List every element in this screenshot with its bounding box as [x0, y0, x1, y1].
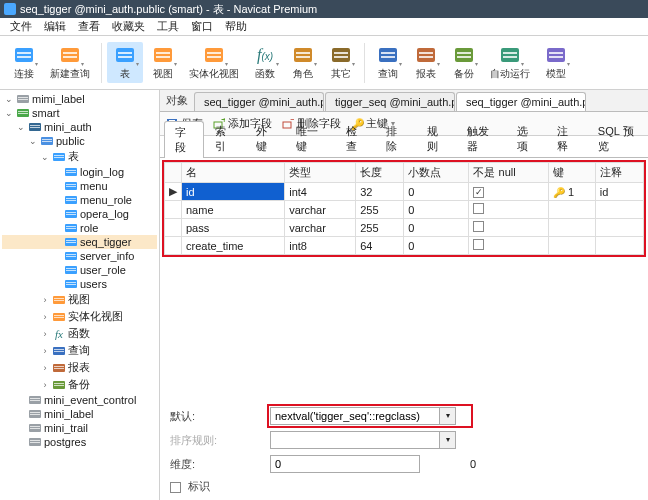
sort-dropdown-arrow-icon[interactable]: ▾ — [440, 431, 456, 449]
cell-type[interactable]: varchar — [285, 201, 356, 219]
toolbar-func-button[interactable]: f(x)▾函数 — [247, 42, 283, 83]
menu-查看[interactable]: 查看 — [72, 19, 106, 34]
tree-node-实体化视图[interactable]: ›实体化视图 — [2, 308, 157, 325]
tree-toggle-icon[interactable]: › — [40, 329, 50, 339]
tree-node-menu_role[interactable]: menu_role — [2, 193, 157, 207]
toolbar-other-button[interactable]: ▾其它 — [323, 42, 359, 83]
cell-length[interactable]: 32 — [356, 183, 404, 201]
toolbar-connect-button[interactable]: ▾连接 — [6, 42, 42, 83]
tree-node-mini_label[interactable]: mini_label — [2, 407, 157, 421]
identity-checkbox[interactable] — [170, 482, 181, 493]
designer-tab-7[interactable]: 触发器 — [456, 120, 506, 157]
notnull-checkbox[interactable] — [473, 203, 484, 214]
tree-toggle-icon[interactable]: ⌄ — [4, 94, 14, 104]
cell-name[interactable]: id — [182, 183, 285, 201]
tree-node-menu[interactable]: menu — [2, 179, 157, 193]
toolbar-auto-button[interactable]: ▾自动运行 — [484, 42, 536, 83]
cell-type[interactable]: varchar — [285, 219, 356, 237]
sort-rule-input[interactable] — [270, 431, 440, 449]
cell-notnull[interactable] — [469, 183, 548, 201]
menu-收藏夹[interactable]: 收藏夹 — [106, 19, 151, 34]
toolbar-table-button[interactable]: ▾表 — [107, 42, 143, 83]
notnull-checkbox[interactable] — [473, 221, 484, 232]
tree-node-查询[interactable]: ›查询 — [2, 342, 157, 359]
table-row[interactable]: namevarchar2550 — [165, 201, 644, 219]
tree-toggle-icon[interactable]: › — [40, 312, 50, 322]
objects-label[interactable]: 对象 — [160, 90, 194, 111]
tree-node-表[interactable]: ⌄表 — [2, 148, 157, 165]
menu-文件[interactable]: 文件 — [4, 19, 38, 34]
designer-tab-2[interactable]: 外键 — [245, 120, 285, 157]
cell-comment[interactable]: id — [595, 183, 643, 201]
tree-node-role[interactable]: role — [2, 221, 157, 235]
designer-tab-4[interactable]: 检查 — [335, 120, 375, 157]
cell-comment[interactable] — [595, 237, 643, 255]
grid-header[interactable]: 类型 — [285, 163, 356, 183]
cell-type[interactable]: int4 — [285, 183, 356, 201]
tree-toggle-icon[interactable]: ⌄ — [40, 152, 50, 162]
designer-tab-6[interactable]: 规则 — [416, 120, 456, 157]
tree-node-postgres[interactable]: postgres — [2, 435, 157, 449]
tree-toggle-icon[interactable]: ⌄ — [4, 108, 14, 118]
cell-decimal[interactable]: 0 — [404, 183, 469, 201]
table-row[interactable]: ▶idint4320🔑 1id — [165, 183, 644, 201]
tree-node-视图[interactable]: ›视图 — [2, 291, 157, 308]
tree-node-mini_auth[interactable]: ⌄mini_auth — [2, 120, 157, 134]
cell-length[interactable]: 255 — [356, 201, 404, 219]
designer-tab-3[interactable]: 唯一键 — [285, 120, 335, 157]
toolbar-backup-button[interactable]: ▾备份 — [446, 42, 482, 83]
tree-toggle-icon[interactable]: › — [40, 346, 50, 356]
default-dropdown-arrow-icon[interactable]: ▾ — [440, 407, 456, 425]
tree-toggle-icon[interactable]: ⌄ — [28, 136, 38, 146]
cell-type[interactable]: int8 — [285, 237, 356, 255]
designer-tab-1[interactable]: 索引 — [204, 120, 244, 157]
tree-node-user_role[interactable]: user_role — [2, 263, 157, 277]
tree-node-public[interactable]: ⌄public — [2, 134, 157, 148]
cell-notnull[interactable] — [469, 219, 548, 237]
cell-decimal[interactable]: 0 — [404, 237, 469, 255]
notnull-checkbox[interactable] — [473, 239, 484, 250]
editor-tab[interactable]: seq_tigger @mini_auth.publi... — [456, 92, 586, 111]
toolbar-report-button[interactable]: ▾报表 — [408, 42, 444, 83]
cell-decimal[interactable]: 0 — [404, 219, 469, 237]
tree-node-opera_log[interactable]: opera_log — [2, 207, 157, 221]
cell-key[interactable] — [548, 237, 595, 255]
toolbar-query-button[interactable]: ▾查询 — [370, 42, 406, 83]
tree-node-users[interactable]: users — [2, 277, 157, 291]
notnull-checkbox[interactable] — [473, 187, 484, 198]
table-row[interactable]: passvarchar2550 — [165, 219, 644, 237]
tree-toggle-icon[interactable]: › — [40, 380, 50, 390]
cell-name[interactable]: create_time — [182, 237, 285, 255]
designer-tab-10[interactable]: SQL 预览 — [587, 120, 648, 157]
toolbar-model-button[interactable]: ▾模型 — [538, 42, 574, 83]
tree-toggle-icon[interactable]: › — [40, 295, 50, 305]
designer-tab-8[interactable]: 选项 — [506, 120, 546, 157]
tree-node-mimi_label[interactable]: ⌄mimi_label — [2, 92, 157, 106]
cell-notnull[interactable] — [469, 237, 548, 255]
toolbar-view-button[interactable]: ▾视图 — [145, 42, 181, 83]
cell-key[interactable] — [548, 219, 595, 237]
cell-key[interactable] — [548, 201, 595, 219]
toolbar-role-button[interactable]: ▾角色 — [285, 42, 321, 83]
dimension-input[interactable] — [270, 455, 420, 473]
identity-label[interactable]: 标识 — [170, 479, 270, 494]
tree-node-备份[interactable]: ›备份 — [2, 376, 157, 393]
toolbar-mview-button[interactable]: ▾实体化视图 — [183, 42, 245, 83]
tree-node-login_log[interactable]: login_log — [2, 165, 157, 179]
designer-tab-0[interactable]: 字段 — [164, 121, 204, 158]
designer-tab-9[interactable]: 注释 — [546, 120, 586, 157]
menu-编辑[interactable]: 编辑 — [38, 19, 72, 34]
menu-工具[interactable]: 工具 — [151, 19, 185, 34]
cell-length[interactable]: 64 — [356, 237, 404, 255]
grid-header[interactable]: 小数点 — [404, 163, 469, 183]
tree-node-smart[interactable]: ⌄smart — [2, 106, 157, 120]
table-row[interactable]: create_timeint8640 — [165, 237, 644, 255]
cell-comment[interactable] — [595, 219, 643, 237]
tree-node-seq_tigger[interactable]: seq_tigger — [2, 235, 157, 249]
tree-node-server_info[interactable]: server_info — [2, 249, 157, 263]
tree-node-mini_event_control[interactable]: mini_event_control — [2, 393, 157, 407]
fields-grid[interactable]: 名类型长度小数点不是 null键注释▶idint4320🔑 1idnamevar… — [164, 162, 644, 255]
grid-header[interactable]: 键 — [548, 163, 595, 183]
grid-header[interactable]: 不是 null — [469, 163, 548, 183]
tree-toggle-icon[interactable]: ⌄ — [16, 122, 26, 132]
